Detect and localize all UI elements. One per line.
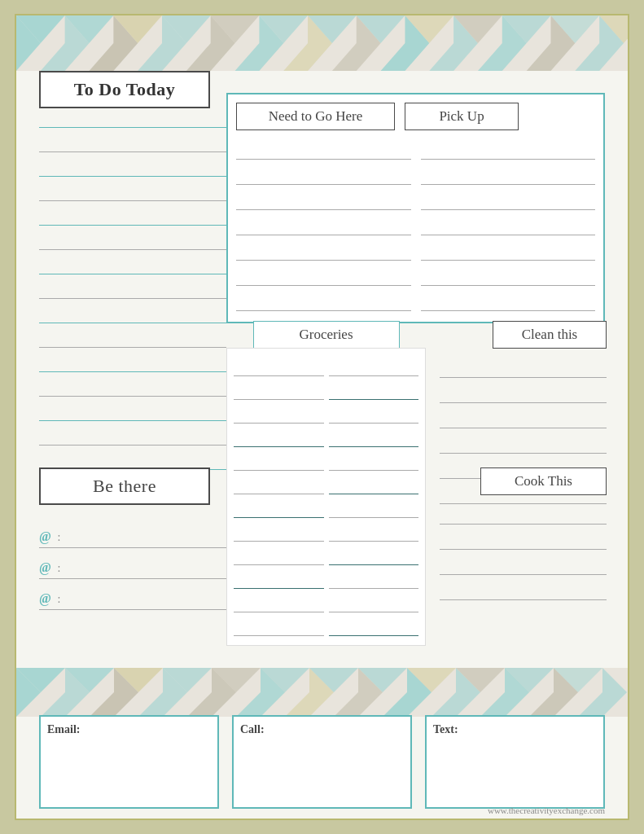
todo-today-label: To Do Today xyxy=(74,79,176,99)
grocery-row-4[interactable] xyxy=(234,426,418,447)
pick-up-lines xyxy=(421,137,596,314)
website-label: www.thecreativityexchange.com xyxy=(488,805,605,815)
cl-line-3[interactable] xyxy=(440,406,607,428)
todo-line-7[interactable] xyxy=(39,252,226,274)
right-top-section: Need to Go Here Pick Up xyxy=(226,93,605,323)
pu-line-2[interactable] xyxy=(421,162,596,185)
schedule-at-1: @ xyxy=(39,529,51,547)
ntg-line-3[interactable] xyxy=(236,187,411,210)
todo-line-5[interactable] xyxy=(39,203,226,226)
ntg-line-7[interactable] xyxy=(236,288,411,311)
schedule-colon-1: : xyxy=(55,531,60,547)
pu-line-7[interactable] xyxy=(421,288,596,311)
cl-line-2[interactable] xyxy=(440,380,607,403)
grocery-row-9[interactable] xyxy=(234,544,418,565)
cook-title-box: Cook This xyxy=(480,467,607,495)
schedule-section: @ : @ : @ : xyxy=(39,520,226,613)
text-box: Text: xyxy=(425,715,605,809)
ntg-line-4[interactable] xyxy=(236,213,411,235)
ct-line-4[interactable] xyxy=(440,577,607,600)
todo-line-6[interactable] xyxy=(39,227,226,250)
right-top-lines xyxy=(236,137,595,314)
ntg-line-1[interactable] xyxy=(236,137,411,160)
ntg-line-6[interactable] xyxy=(236,263,411,286)
pu-line-4[interactable] xyxy=(421,213,596,235)
clean-label: Clean this xyxy=(522,327,577,342)
todo-lines-section xyxy=(39,105,226,472)
todo-line-11[interactable] xyxy=(39,349,226,372)
pick-up-box: Pick Up xyxy=(405,103,519,130)
todo-today-box: To Do Today xyxy=(39,71,210,108)
todo-line-13[interactable] xyxy=(39,398,226,421)
groceries-title-box: Groceries xyxy=(253,321,400,348)
todo-line-4[interactable] xyxy=(39,178,226,201)
page: To Do Today Be there @ : @ : xyxy=(15,14,629,820)
todo-line-1[interactable] xyxy=(39,105,226,128)
ct-line-1[interactable] xyxy=(440,502,607,525)
todo-line-12[interactable] xyxy=(39,374,226,397)
need-to-go-label: Need to Go Here xyxy=(269,108,363,124)
grocery-row-12[interactable] xyxy=(234,615,418,636)
todo-line-8[interactable] xyxy=(39,276,226,299)
email-box: Email: xyxy=(39,715,219,809)
schedule-at-2: @ xyxy=(39,560,51,578)
groceries-list xyxy=(226,348,426,646)
ct-line-3[interactable] xyxy=(440,552,607,575)
schedule-row-1[interactable]: @ : xyxy=(39,520,226,548)
todo-line-2[interactable] xyxy=(39,129,226,152)
groceries-label: Groceries xyxy=(299,327,353,342)
schedule-at-3: @ xyxy=(39,591,51,609)
pu-line-6[interactable] xyxy=(421,263,596,286)
schedule-colon-2: : xyxy=(55,562,60,578)
grocery-row-10[interactable] xyxy=(234,568,418,589)
grocery-row-7[interactable] xyxy=(234,497,418,518)
groceries-section: Groceries xyxy=(226,321,426,646)
todo-line-14[interactable] xyxy=(39,423,226,446)
pu-line-3[interactable] xyxy=(421,187,596,210)
cl-line-4[interactable] xyxy=(440,431,607,454)
call-box: Call: xyxy=(232,715,412,809)
need-to-go-box: Need to Go Here xyxy=(236,103,395,130)
cl-line-1[interactable] xyxy=(440,355,607,378)
grocery-row-8[interactable] xyxy=(234,520,418,542)
clean-title-box: Clean this xyxy=(493,321,607,349)
ntg-line-5[interactable] xyxy=(236,238,411,261)
grocery-row-3[interactable] xyxy=(234,402,418,424)
todo-line-10[interactable] xyxy=(39,325,226,348)
grocery-row-6[interactable] xyxy=(234,473,418,494)
be-there-box: Be there xyxy=(39,467,210,505)
bottom-section: Email: Call: Text: xyxy=(16,668,628,819)
email-label: Email: xyxy=(47,723,80,735)
call-label: Call: xyxy=(240,723,265,735)
grocery-row-1[interactable] xyxy=(234,355,418,376)
todo-line-9[interactable] xyxy=(39,301,226,323)
header-chevron xyxy=(16,15,628,71)
schedule-row-3[interactable]: @ : xyxy=(39,582,226,610)
schedule-colon-3: : xyxy=(55,593,60,609)
cook-lines xyxy=(440,495,607,609)
be-there-label: Be there xyxy=(93,476,156,496)
right-top-header: Need to Go Here Pick Up xyxy=(236,103,595,130)
grocery-row-11[interactable] xyxy=(234,591,418,612)
grocery-row-2[interactable] xyxy=(234,379,418,400)
grocery-row-5[interactable] xyxy=(234,450,418,471)
pu-line-5[interactable] xyxy=(421,238,596,261)
pick-up-label: Pick Up xyxy=(439,108,484,124)
ntg-line-2[interactable] xyxy=(236,162,411,185)
bottom-chevron xyxy=(16,668,628,717)
pu-line-1[interactable] xyxy=(421,137,596,160)
cook-section: Cook This xyxy=(440,467,607,609)
text-label: Text: xyxy=(433,723,458,735)
todo-line-3[interactable] xyxy=(39,154,226,177)
todo-line-15[interactable] xyxy=(39,447,226,470)
cook-label: Cook This xyxy=(515,473,572,489)
schedule-row-2[interactable]: @ : xyxy=(39,551,226,579)
need-to-go-lines xyxy=(236,137,411,314)
ct-line-2[interactable] xyxy=(440,527,607,550)
contact-boxes: Email: Call: Text: xyxy=(39,715,605,809)
